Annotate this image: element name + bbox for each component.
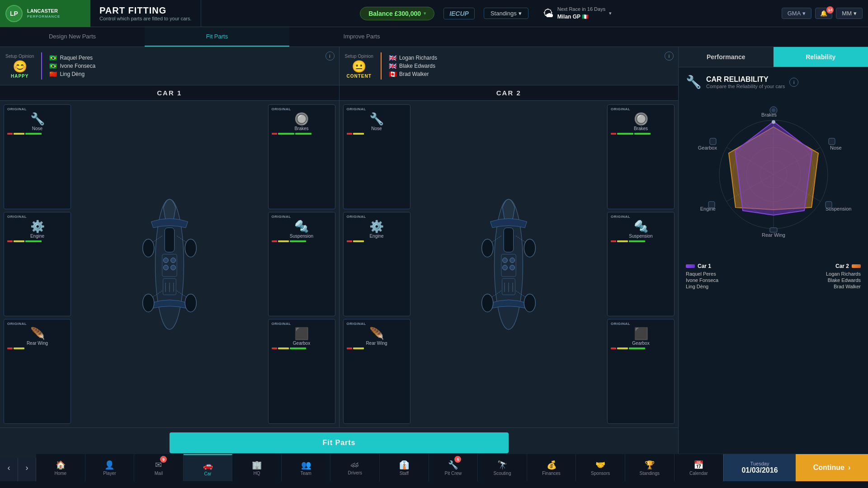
svg-rect-50 xyxy=(829,138,835,145)
fit-parts-button[interactable]: Fit Parts xyxy=(170,432,509,453)
logo-circle: LP xyxy=(5,5,23,22)
bottom-section: ‹ › 🏠 Home 👤 Player ✉ Mail 9 🚗 Car 🏢 HQ … xyxy=(0,454,868,488)
car2-gearbox-badge: ORIGINAL xyxy=(611,322,630,326)
car2-d1-name: Logan Richards xyxy=(399,55,437,61)
car2-header: Setup Opinion 😐 CONTENT 🇬🇧Logan Richards… xyxy=(340,47,679,85)
mail-badge: 9 xyxy=(160,456,167,463)
car1-legend: Car 1 Raquel Peres Ivone Fonseca Ling Dè… xyxy=(686,263,718,289)
svg-rect-51 xyxy=(826,202,832,208)
nav-drivers[interactable]: 🏎 Drivers xyxy=(330,454,380,481)
car1-legend-d3: Ling Dèng xyxy=(686,284,718,289)
nav-prev-arrow[interactable]: ‹ xyxy=(0,454,18,481)
car1-engine-card[interactable]: ORIGINAL ⚙️ Engine xyxy=(4,212,71,317)
tab-improve-parts[interactable]: Improve Parts xyxy=(289,27,434,47)
car1-mood-area: Setup Opinion 😊 HAPPY xyxy=(5,54,34,79)
car2-rearwing-bars xyxy=(347,347,407,349)
race-info: Next Race in 16 Days Milan GP 🇮🇹 xyxy=(557,6,605,20)
svg-point-22 xyxy=(503,258,508,263)
nav-next-arrow[interactable]: › xyxy=(18,454,36,481)
nav-finances-label: Finances xyxy=(542,471,561,476)
car1-nose-icon: 🔧 xyxy=(30,112,45,126)
continue-arrow: › xyxy=(848,464,850,472)
radar-label-nose: Nose xyxy=(830,145,842,150)
nav-home[interactable]: 🏠 Home xyxy=(36,454,85,481)
nav-car[interactable]: 🚗 Car xyxy=(184,454,233,481)
car2-accent-bar xyxy=(381,52,382,80)
nav-pit-crew[interactable]: 🔧 Pit Crew 5 xyxy=(429,454,478,481)
nav-player[interactable]: 👤 Player xyxy=(85,454,135,481)
car2-setup-label: Setup Opinion xyxy=(345,54,373,59)
standings-button[interactable]: Standings ▾ xyxy=(484,8,528,19)
balance-arrow: ▾ xyxy=(424,11,426,16)
car2-rearwing-card[interactable]: ORIGINAL 🪶 Rear Wing xyxy=(343,319,410,424)
car2-rearwing-badge: ORIGINAL xyxy=(347,322,366,326)
wrench-icon: 🔧 xyxy=(686,75,702,89)
car2-legend-label: Car 2 xyxy=(835,263,849,269)
car1-nose-card[interactable]: ORIGINAL 🔧 Nose xyxy=(4,104,71,209)
home-icon: 🏠 xyxy=(56,460,66,470)
car1-driver-3: 🇨🇳Ling Dèng xyxy=(49,70,95,78)
continue-button[interactable]: Continue › xyxy=(796,454,868,481)
nav-team[interactable]: 👥 Team xyxy=(282,454,331,481)
fit-parts-area: Fit Parts xyxy=(0,427,678,458)
car2-brakes-badge: ORIGINAL xyxy=(611,107,630,111)
nav-standings[interactable]: 🏆 Standings xyxy=(625,454,675,481)
car2-visual xyxy=(414,101,604,427)
nav-sponsors[interactable]: 🤝 Sponsors xyxy=(576,454,625,481)
nav-scouting[interactable]: 🔭 Scouting xyxy=(478,454,527,481)
car2-suspension-card[interactable]: ORIGINAL 🔩 Suspension xyxy=(607,212,675,317)
page-title-area: PART FITTING Control which parts are fit… xyxy=(90,0,201,27)
car2-driver-2: 🇬🇧Blake Edwards xyxy=(389,62,437,70)
car1-rearwing-card[interactable]: ORIGINAL 🪶 Rear Wing xyxy=(4,319,71,424)
car2-gearbox-card[interactable]: ORIGINAL ⬛ Gearbox xyxy=(607,319,675,424)
car2-gearbox-bars xyxy=(611,347,671,349)
svg-point-34 xyxy=(482,239,493,257)
reliability-title: CAR RELIABILITY xyxy=(706,75,785,84)
svg-rect-54 xyxy=(710,138,716,145)
car1-brakes-icon: 🔘 xyxy=(294,112,309,126)
car1-brakes-card[interactable]: ORIGINAL 🔘 Brakes xyxy=(268,104,335,209)
user-button[interactable]: MM ▾ xyxy=(836,8,863,19)
tab-fit-parts[interactable]: Fit Parts xyxy=(145,27,289,47)
cars-parts-area: ORIGINAL 🔧 Nose ORIGINAL ⚙️ Engine xyxy=(0,101,678,427)
logo-initials: LP xyxy=(10,10,18,17)
nav-finances[interactable]: 💰 Finances xyxy=(527,454,576,481)
car2-nose-card[interactable]: ORIGINAL 🔧 Nose xyxy=(343,104,410,209)
car2-engine-badge: ORIGINAL xyxy=(347,215,366,219)
car2-engine-icon: ⚙️ xyxy=(369,220,384,234)
car2-engine-card[interactable]: ORIGINAL ⚙️ Engine xyxy=(343,212,410,317)
tab-performance[interactable]: Performance xyxy=(679,47,774,67)
nav-mail[interactable]: ✉ Mail 9 xyxy=(134,454,184,481)
car1-info-icon[interactable]: i xyxy=(326,52,335,61)
car-icon: 🚗 xyxy=(203,460,213,470)
page-title: PART FITTING xyxy=(99,5,192,16)
nav-staff[interactable]: 👔 Staff xyxy=(380,454,429,481)
svg-point-47 xyxy=(772,120,775,124)
car1-nose-name: Nose xyxy=(32,126,42,131)
gma-button[interactable]: GMA ▾ xyxy=(782,8,812,19)
svg-point-24 xyxy=(503,265,508,270)
car1-d1-flag: 🇧🇷 xyxy=(49,54,57,61)
svg-rect-2 xyxy=(162,254,177,277)
car1-engine-badge: ORIGINAL xyxy=(7,215,27,219)
car2-brakes-card[interactable]: ORIGINAL 🔘 Brakes xyxy=(607,104,675,209)
svg-point-5 xyxy=(163,265,168,270)
radar-label-gearbox: Gearbox xyxy=(698,145,717,150)
nav-calendar[interactable]: 📅 Calendar xyxy=(675,454,724,481)
nav-hq[interactable]: 🏢 HQ xyxy=(232,454,282,481)
tab-reliability[interactable]: Reliability xyxy=(774,47,868,67)
car1-gearbox-card[interactable]: ORIGINAL ⬛ Gearbox xyxy=(268,319,335,424)
next-race-label: Next Race in 16 Days xyxy=(557,6,605,13)
balance-button[interactable]: Balance £300,000 ▾ xyxy=(360,7,434,20)
car1-driver-2: 🇧🇷Ivone Fonseca xyxy=(49,62,95,70)
reliability-subtitle: Compare the Reliability of your cars xyxy=(706,84,785,89)
car1-rearwing-badge: ORIGINAL xyxy=(7,322,27,326)
reliability-info-icon[interactable]: i xyxy=(789,78,798,87)
car2-parts-left: ORIGINAL 🔧 Nose ORIGINAL ⚙️ Engine xyxy=(340,101,414,427)
tab-design-new-parts[interactable]: Design New Parts xyxy=(0,27,145,47)
svg-rect-21 xyxy=(501,254,516,277)
car1-suspension-card[interactable]: ORIGINAL 🔩 Suspension xyxy=(268,212,335,317)
car2-info-icon[interactable]: i xyxy=(665,52,674,61)
car2-driver-1: 🇬🇧Logan Richards xyxy=(389,54,437,61)
notifications-button[interactable]: 🔔 14 xyxy=(815,8,832,19)
